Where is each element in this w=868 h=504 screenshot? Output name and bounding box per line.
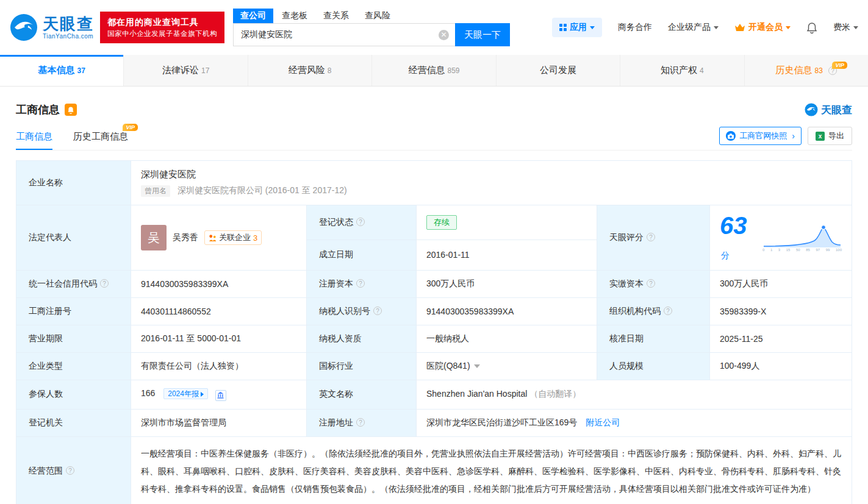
apps-menu[interactable]: 应用 (552, 18, 602, 37)
company-name-label: 企业名称 (16, 161, 131, 205)
logo-subtitle: TianYanCha.com (43, 33, 94, 40)
table-row: 工商注册号 440301114860552 纳税人识别号 91440300359… (16, 298, 852, 325)
related-companies-badge[interactable]: 关联企业 3 (204, 230, 262, 245)
annual-report-badge[interactable]: 2024年报 (163, 388, 208, 399)
tab-operation-risk[interactable]: 经营风险 8 (248, 55, 372, 86)
english-name-cell: Shenzhen Jian'an Hospital （自动翻译） (417, 380, 852, 410)
reg-address-cell: 深圳市龙华区民治街道沙吓工业区169号 附近公司 (417, 409, 852, 436)
insured-label: 参保人数 (16, 380, 131, 410)
nav-business-cooperation[interactable]: 商务合作 (618, 22, 652, 33)
notifications-bell[interactable] (806, 22, 817, 34)
chevron-down-icon[interactable] (474, 364, 480, 368)
company-type: 有限责任公司（法人独资） (131, 353, 307, 380)
help-icon[interactable] (373, 307, 382, 315)
alarm-bell-icon[interactable] (65, 104, 77, 116)
tab-count: 8 (328, 66, 332, 75)
help-icon[interactable] (100, 279, 109, 288)
score-label: 天眼评分 (597, 205, 710, 271)
crown-icon (734, 23, 745, 32)
table-row: 法定代表人 吴 吴秀香 关联企业 3 登记状态 存 (16, 205, 852, 240)
table-row: 企业类型 有限责任公司（法人独资） 国标行业 医院(Q841) 人员规模 100… (16, 353, 852, 380)
org-code: 35983399-X (710, 298, 852, 325)
tianyancha-mini-icon (805, 103, 818, 116)
tab-label: 经营信息 (408, 65, 445, 76)
tab-label: 知识产权 (661, 65, 697, 76)
paid-capital: 300万人民币 (710, 271, 852, 298)
reg-authority: 深圳市市场监督管理局 (131, 409, 307, 436)
reg-capital: 300万人民币 (417, 271, 597, 298)
section-title: 工商信息 (16, 102, 60, 117)
chevron-down-icon (786, 26, 791, 29)
search-tab-boss[interactable]: 查老板 (274, 9, 315, 23)
business-scope: 一般经营项目：中医养生保健服务（非医疗）。（除依法须经批准的项目外，凭营业执照依… (131, 436, 852, 504)
staff-size-label: 人员规模 (597, 353, 710, 380)
nav-enterprise-products[interactable]: 企业级产品 (668, 22, 719, 33)
help-icon[interactable] (356, 218, 365, 226)
avatar[interactable]: 吴 (141, 225, 167, 250)
grid-icon (559, 24, 567, 31)
help-icon[interactable] (66, 466, 74, 475)
subtab-history-business-info[interactable]: VIP 历史工商信息 (73, 131, 128, 150)
arrow-right-icon (201, 392, 204, 397)
score-chart: 0131550859799100 (762, 224, 842, 252)
search-button[interactable]: 天眼一下 (455, 23, 510, 46)
table-row: 营业期限 2016-01-11 至 5000-01-01 纳税人资质 一般纳税人… (16, 325, 852, 353)
vip-badge: VIP (832, 62, 847, 69)
chevron-down-icon (714, 26, 719, 29)
credit-code: 9144030035983399XA (131, 271, 307, 298)
tab-company-development[interactable]: 公司发展 (497, 55, 620, 86)
tab-basic-info[interactable]: 基本信息 37 (0, 55, 124, 86)
tab-legal-litigation[interactable]: 法律诉讼 17 (124, 55, 248, 86)
relation-icon (209, 234, 217, 242)
company-type-label: 企业类型 (16, 353, 131, 380)
tab-count: 37 (77, 66, 85, 75)
help-icon[interactable] (647, 279, 655, 288)
help-icon[interactable] (664, 307, 672, 315)
tab-label: 法律诉讼 (162, 65, 199, 76)
former-name-badge: 曾用名 (141, 185, 170, 197)
subtab-business-info[interactable]: 工商信息 (16, 131, 52, 150)
company-name-cell: 深圳健安医院 曾用名 深圳健安医院有限公司 (2016-01 至 2017-12… (131, 161, 852, 205)
taxpayer-quality-label: 纳税人资质 (307, 325, 417, 353)
reg-number: 440301114860552 (131, 298, 307, 325)
auto-translate-note: （自动翻译） (529, 389, 581, 399)
score-cell: 63分 0131550859799100 (710, 205, 852, 271)
building-icon[interactable] (215, 390, 226, 401)
table-row: 登记机关 深圳市市场监督管理局 注册地址 深圳市龙华区民治街道沙吓工业区169号… (16, 409, 852, 436)
search-tab-risk[interactable]: 查风险 (357, 9, 398, 23)
slogan-line1: 都在用的商业查询工具 (107, 16, 217, 29)
search-tab-relation[interactable]: 查关系 (316, 9, 356, 23)
legal-rep-name[interactable]: 吴秀香 (173, 232, 198, 243)
tab-history-info[interactable]: VIP 历史信息 83 (745, 55, 868, 86)
table-row: 企业名称 深圳健安医院 曾用名 深圳健安医院有限公司 (2016-01 至 20… (16, 161, 852, 205)
status-badge: 存续 (426, 215, 457, 230)
company-detail-tabs: 基本信息 37 法律诉讼 17 经营风险 8 经营信息 859 公司发展 知识产… (0, 55, 868, 87)
tab-operation-info[interactable]: 经营信息 859 (372, 55, 496, 86)
taxpayer-id-label: 纳税人识别号 (307, 298, 417, 325)
help-icon[interactable] (647, 233, 655, 241)
search-input[interactable] (233, 23, 455, 46)
reg-address-label: 注册地址 (307, 409, 417, 436)
establish-date-label: 成立日期 (307, 240, 417, 270)
tab-label: 公司发展 (540, 65, 576, 76)
export-button[interactable]: x 导出 (808, 127, 852, 145)
nearby-companies-link[interactable]: 附近公司 (586, 417, 620, 427)
business-scope-label: 经营范围 (16, 436, 131, 504)
tab-intellectual-property[interactable]: 知识产权 4 (620, 55, 744, 86)
legal-rep-label: 法定代表人 (16, 205, 131, 271)
main-content: 工商信息 天眼查 工商信息 VIP 历史工商信息 (0, 102, 868, 504)
search-tab-company[interactable]: 查公司 (233, 9, 273, 23)
brand-name: 天眼查 (821, 103, 852, 117)
user-menu[interactable]: 费米 (833, 22, 858, 33)
clear-icon[interactable]: ✕ (439, 30, 449, 40)
nav-open-membership[interactable]: 开通会员 (734, 22, 791, 33)
official-snapshot-button[interactable]: 工商官网快照 › (719, 127, 802, 145)
help-icon[interactable] (356, 418, 365, 427)
table-row: 经营范围 一般经营项目：中医养生保健服务（非医疗）。（除依法须经批准的项目外，凭… (16, 436, 852, 504)
snapshot-camera-icon (726, 131, 736, 141)
export-label: 导出 (828, 130, 844, 141)
help-icon[interactable] (356, 279, 365, 288)
tianyancha-logo[interactable]: 天眼查 TianYanCha.com (10, 13, 94, 41)
table-row: 参保人数 166 2024年报 英文名称 Shenzhen Jian'an Ho… (16, 380, 852, 410)
reg-authority-label: 登记机关 (16, 409, 131, 436)
